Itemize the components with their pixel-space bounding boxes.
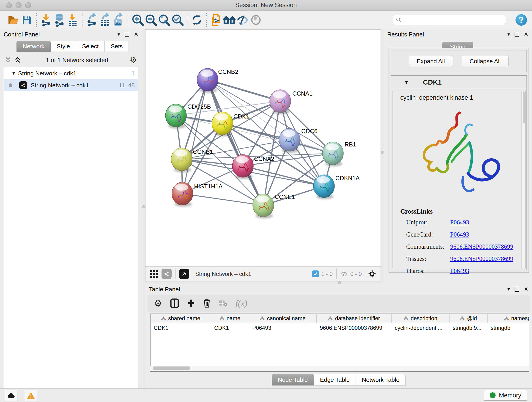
network-node-CCNA2[interactable]	[232, 154, 253, 179]
panel-float-icon[interactable]	[125, 32, 129, 37]
help-icon[interactable]: ?	[515, 14, 527, 26]
tab-sets[interactable]: Sets	[105, 41, 129, 52]
section-expander-icon[interactable]: ▾	[405, 79, 408, 85]
column-header-shared-name[interactable]: shared name	[151, 314, 211, 323]
zoom-selected-icon[interactable]	[171, 13, 184, 27]
left-splitter[interactable]	[142, 29, 145, 389]
panel-collapse-icon[interactable]: ▾	[507, 287, 510, 292]
network-node-CCNB1[interactable]	[171, 148, 192, 172]
search-input[interactable]	[402, 17, 503, 23]
export-table-icon[interactable]	[99, 13, 112, 27]
collapse-all-button[interactable]: Collapse All	[462, 55, 509, 67]
tab-node-table[interactable]: Node Table	[272, 374, 314, 385]
crosslink-link[interactable]: P06493	[450, 231, 469, 238]
node-section-header[interactable]: ▾ CDK1	[391, 76, 526, 89]
tab-select[interactable]: Select	[76, 41, 105, 52]
crosslink-link[interactable]: P06493	[450, 268, 469, 274]
fit-content-icon[interactable]	[158, 13, 171, 27]
panel-collapse-icon[interactable]: ▾	[118, 32, 120, 37]
export-image-icon[interactable]	[112, 13, 125, 27]
panel-close-icon[interactable]: ✕	[134, 32, 138, 37]
network-node-CCNB2[interactable]	[197, 68, 218, 93]
column-header-canonical-name[interactable]: canonical name	[249, 314, 317, 323]
panel-close-icon[interactable]: ✕	[524, 287, 528, 292]
hide-selected-icon[interactable]	[236, 13, 249, 27]
open-session-icon[interactable]	[7, 13, 20, 27]
panel-close-icon[interactable]: ✕	[524, 32, 528, 37]
panel-float-icon[interactable]	[515, 32, 519, 37]
table-horizontal-scrollbar[interactable]	[150, 366, 529, 371]
tab-network-table[interactable]: Network Table	[356, 374, 405, 385]
panel-float-icon[interactable]	[515, 287, 519, 292]
table-cell[interactable]: cyclin-dependent ...	[392, 325, 450, 331]
birds-eye-view-icon[interactable]	[367, 269, 377, 279]
results-scrollbar[interactable]	[522, 91, 526, 268]
column-header-description[interactable]: description	[392, 314, 450, 323]
network-row[interactable]: String Network – cdk1 11 48	[4, 79, 138, 91]
crosslink-link[interactable]: 9606.ENSP00000378699	[450, 243, 513, 250]
network-node-CCNA1[interactable]	[270, 89, 291, 114]
expand-all-icon[interactable]	[15, 57, 21, 64]
zoom-out-icon[interactable]	[144, 13, 158, 27]
network-edge-HIST1H1A-CCNE1[interactable]	[182, 194, 263, 205]
network-node-CDK1[interactable]	[212, 112, 233, 136]
tree-expander-icon[interactable]: ▾	[12, 70, 15, 76]
network-node-CCNE1[interactable]	[253, 194, 274, 218]
first-neighbors-icon[interactable]	[223, 13, 236, 27]
show-columns-icon[interactable]	[170, 298, 179, 308]
column-header-namespace[interactable]: namespace	[488, 314, 529, 323]
import-network-from-database-icon[interactable]	[53, 13, 66, 27]
table-cell[interactable]: P06493	[249, 325, 317, 331]
table-options-gear-icon[interactable]: ⚙	[154, 298, 162, 308]
close-window-icon[interactable]	[6, 2, 12, 8]
network-node-RB1[interactable]	[322, 142, 343, 166]
save-session-icon[interactable]	[20, 13, 33, 27]
clone-network-icon[interactable]	[209, 13, 223, 27]
crosslink-link[interactable]: 9606.ENSP00000378699	[450, 255, 513, 262]
network-collection-row[interactable]: ▾ String Network – cdk1 1	[4, 67, 138, 79]
table-cell[interactable]: stringdb	[488, 325, 529, 331]
network-node-HIST1H1A[interactable]	[172, 182, 193, 207]
delete-column-icon[interactable]	[203, 298, 211, 308]
minimize-window-icon[interactable]	[16, 2, 22, 8]
column-header-id[interactable]: @id	[450, 314, 488, 323]
selected-checkbox-icon[interactable]	[312, 270, 319, 277]
memory-button[interactable]: Memory	[484, 390, 527, 401]
zoom-in-icon[interactable]	[131, 13, 144, 27]
search-field[interactable]	[393, 15, 506, 25]
tab-style[interactable]: Style	[51, 41, 76, 52]
column-header-name[interactable]: name	[211, 314, 249, 323]
network-options-gear-icon[interactable]: ⚙	[130, 55, 137, 65]
detach-view-icon[interactable]	[179, 269, 189, 279]
expand-all-button[interactable]: Expand All	[409, 55, 453, 67]
import-network-from-file-icon[interactable]	[39, 13, 53, 27]
network-node-CDC25B[interactable]	[165, 104, 186, 128]
network-node-CDC6[interactable]	[279, 128, 300, 153]
cloud-status-icon[interactable]	[5, 390, 17, 401]
node-table[interactable]: shared namenamecanonical namedatabase id…	[150, 313, 529, 372]
network-share-view-icon[interactable]	[162, 269, 172, 279]
export-network-icon[interactable]	[85, 13, 99, 27]
add-column-icon[interactable]	[187, 299, 195, 308]
table-cell[interactable]: 9606.ENSP00000378699	[317, 325, 392, 331]
refresh-icon[interactable]	[190, 13, 203, 27]
warnings-icon[interactable]	[25, 390, 37, 401]
network-canvas[interactable]: CCNB2CCNA1CDC25BCDK1CDC6RB1CCNB1CCNA2CDK…	[145, 29, 381, 266]
show-all-icon[interactable]	[249, 13, 263, 27]
network-node-CDKN1A[interactable]	[313, 175, 335, 199]
table-cell[interactable]: CDK1	[211, 325, 249, 331]
panel-collapse-icon[interactable]: ▾	[507, 32, 510, 37]
tab-network[interactable]: Network	[17, 41, 51, 52]
table-row[interactable]: CDK1CDK1P064939606.ENSP00000378699cyclin…	[151, 323, 529, 333]
string-network-graph[interactable]: CCNB2CCNA1CDC25BCDK1CDC6RB1CCNB1CCNA2CDK…	[146, 30, 380, 266]
table-cell[interactable]: CDK1	[151, 325, 211, 331]
collapse-all-icon[interactable]	[5, 57, 11, 64]
table-cell[interactable]: stringdb:9...	[450, 325, 488, 331]
maximize-window-icon[interactable]	[25, 2, 31, 8]
network-edge-CCNB2-CCNA1[interactable]	[208, 80, 280, 101]
crosslink-link[interactable]: P06493	[450, 219, 469, 226]
tab-edge-table[interactable]: Edge Table	[314, 374, 356, 385]
column-header-database-identifier[interactable]: database identifier	[317, 314, 392, 323]
grid-view-icon[interactable]	[149, 269, 159, 279]
import-table-from-file-icon[interactable]	[66, 13, 79, 27]
